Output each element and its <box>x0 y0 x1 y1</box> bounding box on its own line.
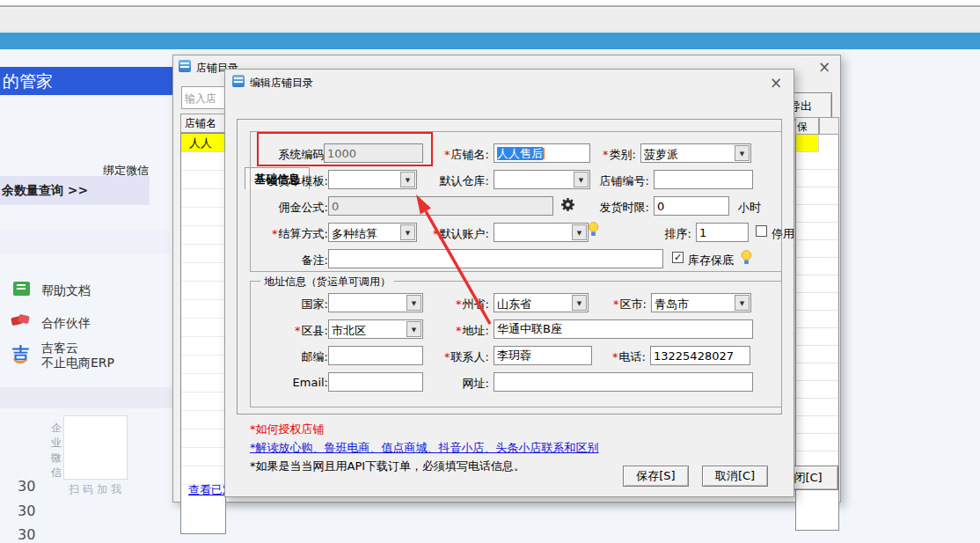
shop-no-field[interactable] <box>654 170 753 189</box>
catalog-close-icon[interactable]: × <box>815 59 833 77</box>
qr-code-box <box>63 415 128 480</box>
country-label: 国家: <box>249 297 328 312</box>
banner-text: 的管家 <box>3 71 53 91</box>
stock-guarantee-label[interactable]: 库存保底 <box>688 253 734 268</box>
address-field[interactable] <box>494 319 753 339</box>
email-field[interactable] <box>328 372 423 392</box>
province-label: *州省: <box>410 297 489 312</box>
decorative-band <box>0 231 170 253</box>
disabled-checkbox-label[interactable]: 停用 <box>772 226 794 242</box>
sidebar-item-jikeyun[interactable]: 吉客云 <box>41 341 78 356</box>
blue-header-strip <box>0 33 980 49</box>
default-account-label: *默认账户: <box>410 226 489 242</box>
selected-text: 人人售后 <box>497 147 543 160</box>
bulb-icon[interactable] <box>741 250 752 265</box>
annotation-highlight-box <box>257 132 433 166</box>
district-label: *区县: <box>249 323 328 339</box>
sidebar-item-partner[interactable]: 合作伙伴 <box>41 316 91 332</box>
sidebar-item-help-doc[interactable]: 帮助文档 <box>41 283 91 299</box>
decorative-band-2 <box>0 387 172 408</box>
help-doc-icon <box>13 282 30 296</box>
city-label: *区市: <box>567 297 647 312</box>
remark-label: 备注: <box>249 253 328 268</box>
zip-field[interactable] <box>328 346 423 365</box>
view-connected-link[interactable]: 查看已对 <box>188 482 230 498</box>
remark-field[interactable] <box>328 249 663 268</box>
stock-guarantee-checkbox[interactable]: ✓ <box>672 252 684 263</box>
commission-formula-field <box>328 196 553 216</box>
quantity-query-band[interactable]: 余数量查询 >> <box>0 176 150 205</box>
phone-label: *电话: <box>567 349 646 365</box>
category-dropdown[interactable]: 菠萝派▼ <box>640 143 751 163</box>
invoice-template-dropdown[interactable]: ▼ <box>328 170 417 189</box>
zip-label: 邮编: <box>249 349 328 365</box>
contact-label: *联系人: <box>410 349 489 365</box>
quantity-query-label: 余数量查询 >> <box>0 176 88 205</box>
settlement-label: *结算方式: <box>249 226 328 242</box>
baodi-highlight-cell[interactable] <box>796 135 819 152</box>
dialog-icon <box>232 75 245 87</box>
country-dropdown[interactable]: ▼ <box>328 293 423 312</box>
count-value-1: 30 <box>18 478 35 495</box>
invoice-template-label: 发货单模板: <box>249 173 328 189</box>
note-how-to-authorize[interactable]: *如何授权店铺 <box>250 422 325 437</box>
dropdown-arrow-icon[interactable]: ▼ <box>735 295 750 311</box>
default-account-dropdown[interactable]: ▼ <box>494 223 589 242</box>
hours-suffix: 小时 <box>738 200 761 216</box>
jikeyun-logo-icon: 吉 <box>12 342 30 363</box>
sidebar-item-jikeyun-sub[interactable]: 不止电商ERP <box>41 356 114 371</box>
sort-label: 排序: <box>612 226 691 242</box>
edit-close-icon[interactable]: × <box>767 75 785 92</box>
shop-table-right-rows <box>796 152 838 487</box>
column-header-shop-name[interactable]: 店铺名 <box>180 114 226 133</box>
top-toolbar-band <box>0 9 980 32</box>
partner-handshake-icon <box>11 314 30 327</box>
selected-shop-row[interactable]: 人人 <box>181 134 225 152</box>
email-label: Email: <box>249 376 328 389</box>
bulb-icon[interactable] <box>588 222 599 237</box>
cancel-button[interactable]: 取消[C] <box>702 466 768 487</box>
note-platform-difference-link[interactable]: *解读放心购、鲁班电商、值点商城、抖音小店、头条小店联系和区别 <box>250 440 599 456</box>
commission-formula-label: 佣金公式: <box>249 200 328 216</box>
column-header-blank[interactable] <box>819 117 839 135</box>
screen: 的管家 绑定微信 余数量查询 >> 帮助文档 合作伙伴 吉 吉客云 不止电商ER… <box>0 0 980 543</box>
disabled-checkbox[interactable] <box>756 225 767 237</box>
shop-table-left-rows <box>181 152 225 485</box>
qr-caption: 扫码加我 <box>69 482 125 497</box>
category-label: *类别: <box>557 147 636 163</box>
top-window-edge <box>0 0 980 7</box>
dropdown-arrow-icon[interactable]: ▼ <box>735 145 750 161</box>
phone-field[interactable] <box>650 346 750 365</box>
shop-table-left[interactable]: 人人 <box>180 133 226 534</box>
dropdown-arrow-icon[interactable]: ▼ <box>572 224 587 240</box>
ship-time-limit-label: 发货时限: <box>570 200 649 216</box>
edit-dialog-title: 编辑店铺目录 <box>250 76 313 91</box>
default-warehouse-label: 默认仓库: <box>410 173 489 189</box>
address-label: *地址: <box>410 323 489 339</box>
shop-no-label: 店铺编号: <box>570 173 649 189</box>
save-button[interactable]: 保存[S] <box>623 466 689 487</box>
sort-field[interactable] <box>696 223 749 242</box>
text-caret <box>543 148 545 159</box>
address-group-legend: 地址信息（货运单可调用） <box>260 275 394 290</box>
column-header-baodi[interactable]: 保底 <box>795 117 819 135</box>
website-field[interactable] <box>494 372 753 392</box>
note-dangdang-api: *如果是当当网且用API下载订单，必须填写电话信息。 <box>250 459 525 474</box>
count-value-2: 30 <box>18 503 35 519</box>
count-value-3: 30 <box>18 526 35 543</box>
ship-time-limit-field[interactable] <box>654 196 729 216</box>
dialog-icon <box>179 60 191 72</box>
settlement-dropdown[interactable]: 多种结算▼ <box>328 223 417 242</box>
district-dropdown[interactable]: 市北区▼ <box>328 319 423 339</box>
city-dropdown[interactable]: 青岛市▼ <box>651 293 751 312</box>
website-label: 网址: <box>410 376 489 392</box>
qr-vertical-label: 企业微信 <box>50 421 62 481</box>
